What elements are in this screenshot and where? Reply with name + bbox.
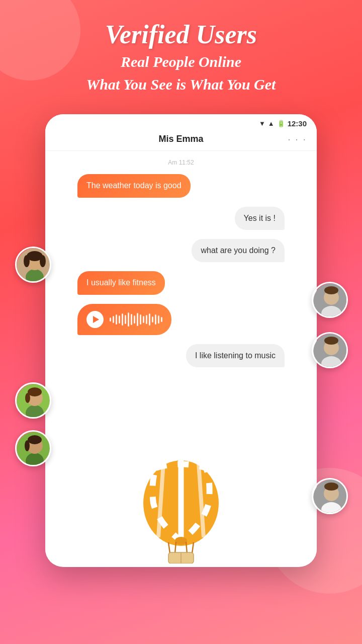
play-button[interactable] (86, 311, 104, 328)
waveform-bar (146, 315, 147, 324)
page-wrapper: Verified Users Real People Online What Y… (0, 0, 362, 644)
battery-icon: 🔋 (277, 120, 285, 127)
message-row-voice (52, 304, 310, 335)
waveform-bar (143, 316, 144, 323)
float-avatar-female-2 (15, 382, 51, 419)
status-bar: ▼ ▲ 🔋 12:30 (45, 114, 317, 130)
waveform-bar (134, 315, 135, 324)
balloon-decoration (126, 453, 236, 564)
male-avatar-2-svg (313, 334, 348, 368)
message-bubble: The weather today is good (77, 174, 191, 197)
waveform-bar (113, 316, 114, 323)
svg-point-20 (324, 286, 338, 294)
waveform-bar (110, 317, 111, 321)
float-avatar-female-3 (15, 430, 51, 466)
play-icon (93, 316, 99, 323)
phone-mockup: ▼ ▲ 🔋 12:30 Mis Emma · · · Am 11:52 The … (45, 114, 317, 567)
svg-point-29 (25, 393, 30, 403)
waveform-bar (155, 314, 156, 325)
wifi-icon: ▼ (259, 120, 265, 127)
float-avatar-male-2 (312, 332, 348, 368)
waveform-bar (152, 316, 153, 323)
waveform-bar (149, 313, 150, 326)
message-bubble: what are you doing ? (192, 239, 285, 262)
svg-point-34 (25, 440, 30, 451)
waveform-bar (131, 314, 132, 325)
svg-line-5 (168, 542, 170, 553)
message-text: I like listening to music (195, 351, 276, 360)
message-bubble: I like listening to music (186, 344, 285, 367)
svg-point-28 (28, 387, 42, 396)
waveform-bar (125, 315, 126, 324)
status-icons: ▼ ▲ 🔋 12:30 (259, 119, 307, 128)
message-text: what are you doing ? (201, 246, 276, 255)
waveform-bar (158, 315, 159, 324)
message-bubble: Yes it is ! (235, 207, 285, 230)
waveform-bar (128, 312, 129, 327)
message-row: Yes it is ! (52, 207, 310, 230)
main-title: Verified Users (10, 20, 352, 49)
message-row: The weather today is good (52, 174, 310, 197)
status-time: 12:30 (288, 119, 307, 128)
message-bubble: I usually like fitness (77, 271, 165, 294)
waveform-bar (116, 314, 117, 325)
message-timestamp: Am 11:52 (52, 159, 310, 166)
waveform-bar (119, 315, 120, 324)
waveform-bar (161, 317, 162, 322)
float-avatar-male-1 (312, 282, 348, 318)
message-text: I usually like fitness (86, 278, 156, 287)
waveform-bar (140, 314, 141, 325)
float-avatar-male-3 (312, 478, 348, 514)
header-section: Verified Users Real People Online What Y… (0, 0, 362, 104)
message-text: The weather today is good (86, 181, 182, 190)
contact-name: Mis Emma (158, 134, 203, 144)
waveform-bar (137, 313, 138, 326)
balloon-svg (126, 453, 236, 564)
male-avatar-1-svg (313, 283, 348, 318)
subtitle-2: What You See is What You Get (10, 74, 352, 94)
svg-point-16 (40, 255, 46, 267)
svg-point-24 (324, 337, 338, 345)
waveform (110, 312, 162, 327)
chat-menu-button[interactable]: · · · (288, 133, 307, 145)
chat-body: Am 11:52 The weather today is good Yes i… (45, 151, 317, 564)
svg-point-15 (24, 255, 30, 267)
chat-header: Mis Emma · · · (45, 130, 317, 151)
svg-line-6 (192, 542, 194, 553)
voice-bubble[interactable] (77, 304, 171, 335)
svg-point-38 (324, 482, 338, 491)
signal-icon: ▲ (268, 120, 275, 127)
svg-point-33 (28, 435, 42, 444)
message-row: what are you doing ? (52, 239, 310, 262)
waveform-bar (122, 313, 123, 326)
message-row: I like listening to music (52, 344, 310, 367)
subtitle-1: Real People Online (10, 52, 352, 71)
message-text: Yes it is ! (244, 214, 276, 222)
float-avatar-female-1 (15, 247, 51, 283)
message-row: I usually like fitness (52, 271, 310, 294)
svg-point-4 (175, 537, 187, 545)
